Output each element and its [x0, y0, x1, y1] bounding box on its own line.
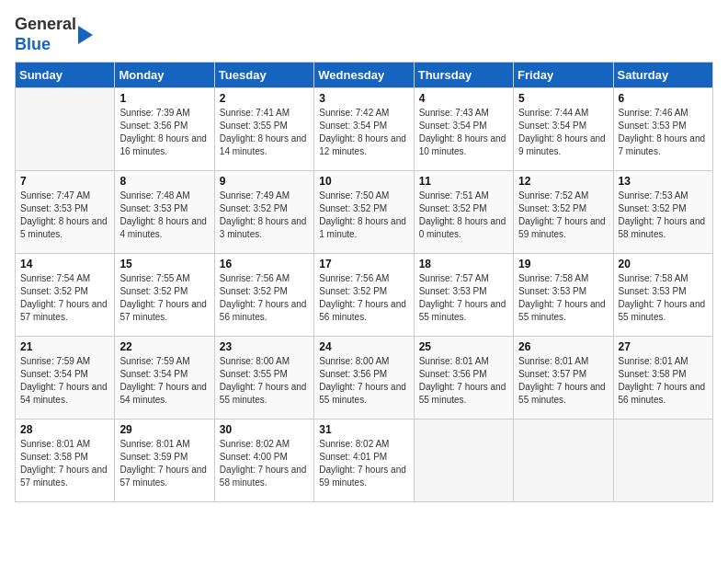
sunrise-time: Sunrise: 7:49 AM: [220, 190, 309, 202]
calendar-cell: 10 Sunrise: 7:50 AM Sunset: 3:52 PM Dayl…: [314, 171, 414, 254]
sunset-time: Sunset: 3:54 PM: [119, 368, 209, 381]
sunset-time: Sunset: 3:53 PM: [619, 120, 708, 132]
day-number: 27: [619, 340, 708, 353]
calendar-cell: 27 Sunrise: 8:01 AM Sunset: 3:58 PM Dayl…: [613, 337, 712, 419]
calendar-cell: [16, 88, 115, 171]
day-number: 26: [518, 340, 608, 353]
daylight-hours: Daylight: 8 hours and 14 minutes.: [220, 132, 309, 158]
weekday-header: Saturday: [613, 63, 712, 88]
sunrise-time: Sunrise: 7:55 AM: [119, 272, 209, 285]
daylight-hours: Daylight: 7 hours and 57 minutes.: [119, 464, 209, 489]
sunset-time: Sunset: 4:00 PM: [220, 451, 309, 464]
sunset-time: Sunset: 3:52 PM: [319, 285, 408, 298]
day-number: 24: [319, 340, 408, 353]
sunset-time: Sunset: 3:52 PM: [20, 285, 109, 298]
daylight-hours: Daylight: 7 hours and 55 minutes.: [419, 298, 508, 324]
sunset-time: Sunset: 3:56 PM: [319, 368, 408, 381]
calendar-week-row: 28 Sunrise: 8:01 AM Sunset: 3:58 PM Dayl…: [16, 419, 713, 502]
sunrise-time: Sunrise: 7:46 AM: [619, 107, 708, 120]
calendar-cell: 30 Sunrise: 8:02 AM Sunset: 4:00 PM Dayl…: [214, 419, 313, 502]
calendar-cell: 15 Sunrise: 7:55 AM Sunset: 3:52 PM Dayl…: [115, 254, 214, 337]
sunrise-time: Sunrise: 7:44 AM: [518, 107, 608, 120]
logo: General Blue: [15, 15, 97, 54]
sunset-time: Sunset: 3:52 PM: [119, 285, 209, 298]
sunset-time: Sunset: 3:54 PM: [419, 120, 508, 132]
day-info: Sunrise: 7:47 AM Sunset: 3:53 PM Dayligh…: [20, 190, 109, 241]
day-info: Sunrise: 7:58 AM Sunset: 3:53 PM Dayligh…: [518, 272, 608, 324]
sunset-time: Sunset: 3:56 PM: [419, 368, 508, 381]
daylight-hours: Daylight: 8 hours and 1 minute.: [319, 215, 408, 241]
weekday-header: Monday: [115, 63, 214, 88]
calendar-cell: 23 Sunrise: 8:00 AM Sunset: 3:55 PM Dayl…: [214, 337, 313, 419]
sunset-time: Sunset: 3:59 PM: [119, 451, 209, 464]
daylight-hours: Daylight: 8 hours and 16 minutes.: [119, 132, 209, 158]
daylight-hours: Daylight: 7 hours and 55 minutes.: [518, 298, 608, 324]
day-info: Sunrise: 8:00 AM Sunset: 3:55 PM Dayligh…: [220, 355, 309, 407]
day-number: 25: [419, 340, 508, 353]
daylight-hours: Daylight: 7 hours and 58 minutes.: [619, 215, 708, 241]
day-info: Sunrise: 8:00 AM Sunset: 3:56 PM Dayligh…: [319, 355, 408, 407]
sunrise-time: Sunrise: 7:48 AM: [119, 190, 209, 202]
day-info: Sunrise: 7:51 AM Sunset: 3:52 PM Dayligh…: [419, 190, 508, 241]
sunrise-time: Sunrise: 8:00 AM: [319, 355, 408, 368]
day-info: Sunrise: 8:01 AM Sunset: 3:58 PM Dayligh…: [20, 438, 109, 489]
day-number: 19: [518, 258, 608, 270]
day-info: Sunrise: 7:48 AM Sunset: 3:53 PM Dayligh…: [119, 190, 209, 241]
weekday-header: Thursday: [414, 63, 513, 88]
calendar-cell: 7 Sunrise: 7:47 AM Sunset: 3:53 PM Dayli…: [16, 171, 115, 254]
day-number: 30: [220, 423, 309, 436]
day-info: Sunrise: 7:50 AM Sunset: 3:52 PM Dayligh…: [319, 190, 408, 241]
day-number: 3: [319, 92, 408, 105]
day-number: 20: [619, 258, 708, 270]
day-number: 2: [220, 92, 309, 105]
sunset-time: Sunset: 3:54 PM: [518, 120, 608, 132]
day-info: Sunrise: 8:02 AM Sunset: 4:00 PM Dayligh…: [220, 438, 309, 489]
sunrise-time: Sunrise: 7:41 AM: [220, 107, 309, 120]
sunset-time: Sunset: 3:53 PM: [20, 202, 109, 215]
day-number: 4: [419, 92, 508, 105]
calendar-week-row: 21 Sunrise: 7:59 AM Sunset: 3:54 PM Dayl…: [16, 337, 713, 419]
day-info: Sunrise: 7:56 AM Sunset: 3:52 PM Dayligh…: [319, 272, 408, 324]
day-number: 13: [619, 175, 708, 188]
day-number: 10: [319, 175, 408, 188]
day-info: Sunrise: 8:01 AM Sunset: 3:59 PM Dayligh…: [119, 438, 209, 489]
sunrise-time: Sunrise: 7:56 AM: [220, 272, 309, 285]
weekday-header: Sunday: [16, 63, 115, 88]
daylight-hours: Daylight: 7 hours and 57 minutes.: [119, 298, 209, 324]
calendar-cell: 28 Sunrise: 8:01 AM Sunset: 3:58 PM Dayl…: [16, 419, 115, 502]
day-info: Sunrise: 7:44 AM Sunset: 3:54 PM Dayligh…: [518, 107, 608, 158]
daylight-hours: Daylight: 7 hours and 54 minutes.: [20, 381, 109, 407]
day-number: 22: [119, 340, 209, 353]
calendar-cell: 11 Sunrise: 7:51 AM Sunset: 3:52 PM Dayl…: [414, 171, 513, 254]
svg-marker-0: [78, 26, 93, 44]
day-info: Sunrise: 7:41 AM Sunset: 3:55 PM Dayligh…: [220, 107, 309, 158]
day-number: 18: [419, 258, 508, 270]
day-number: 16: [220, 258, 309, 270]
day-number: 17: [319, 258, 408, 270]
sunset-time: Sunset: 3:52 PM: [220, 285, 309, 298]
day-info: Sunrise: 8:02 AM Sunset: 4:01 PM Dayligh…: [319, 438, 408, 489]
day-number: 28: [20, 423, 109, 436]
calendar-cell: 5 Sunrise: 7:44 AM Sunset: 3:54 PM Dayli…: [514, 88, 613, 171]
calendar-cell: 2 Sunrise: 7:41 AM Sunset: 3:55 PM Dayli…: [214, 88, 313, 171]
day-number: 29: [119, 423, 209, 436]
sunset-time: Sunset: 3:56 PM: [119, 120, 209, 132]
sunrise-time: Sunrise: 8:02 AM: [319, 438, 408, 451]
sunset-time: Sunset: 3:52 PM: [319, 202, 408, 215]
day-number: 1: [119, 92, 209, 105]
sunset-time: Sunset: 3:55 PM: [220, 120, 309, 132]
day-number: 31: [319, 423, 408, 436]
sunset-time: Sunset: 3:55 PM: [220, 368, 309, 381]
sunset-time: Sunset: 3:52 PM: [619, 202, 708, 215]
sunset-time: Sunset: 3:53 PM: [419, 285, 508, 298]
sunrise-time: Sunrise: 7:51 AM: [419, 190, 508, 202]
calendar-cell: 13 Sunrise: 7:53 AM Sunset: 3:52 PM Dayl…: [613, 171, 712, 254]
calendar-cell: 12 Sunrise: 7:52 AM Sunset: 3:52 PM Dayl…: [514, 171, 613, 254]
sunset-time: Sunset: 3:52 PM: [518, 202, 608, 215]
calendar-cell: 24 Sunrise: 8:00 AM Sunset: 3:56 PM Dayl…: [314, 337, 414, 419]
sunset-time: Sunset: 3:52 PM: [220, 202, 309, 215]
daylight-hours: Daylight: 8 hours and 5 minutes.: [20, 215, 109, 241]
sunset-time: Sunset: 3:54 PM: [20, 368, 109, 381]
weekday-header: Friday: [514, 63, 613, 88]
sunrise-time: Sunrise: 7:59 AM: [119, 355, 209, 368]
